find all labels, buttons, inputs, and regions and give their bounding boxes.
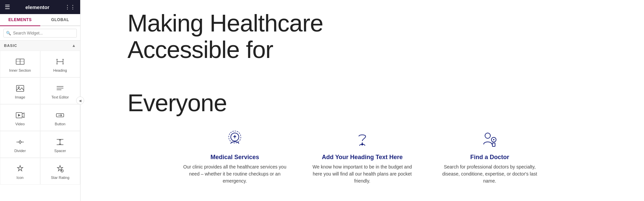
widget-button[interactable]: Button <box>40 104 80 131</box>
feature-medical-services-desc: Our clinic provides all the healthcare s… <box>181 163 288 185</box>
video-icon <box>15 111 25 120</box>
sidebar-search-area: 🔍 <box>0 26 80 41</box>
features-row: Medical Services Our clinic provides all… <box>127 130 597 185</box>
sidebar: ☰ elementor ⋮⋮ ELEMENTS GLOBAL 🔍 BASIC ▲… <box>0 0 80 201</box>
button-icon <box>55 111 65 120</box>
section-label-basic: BASIC ▲ <box>0 41 80 51</box>
hero-title: Making HealthcareAccessible forEveryone <box>127 10 429 116</box>
hero-section: Making HealthcareAccessible forEveryone <box>127 7 429 123</box>
section-label-text: BASIC <box>4 44 17 48</box>
image-icon <box>15 84 25 93</box>
medical-services-icon <box>225 130 245 150</box>
widget-spacer-label: Spacer <box>54 149 66 153</box>
heading-icon <box>55 57 65 66</box>
widget-heading[interactable]: Heading <box>40 51 80 77</box>
widget-button-label: Button <box>55 122 65 126</box>
widgets-grid: Inner Section Heading Image <box>0 51 80 185</box>
svg-point-11 <box>18 87 19 88</box>
grid-icon[interactable]: ⋮⋮ <box>65 4 75 10</box>
widget-image-label: Image <box>15 95 25 99</box>
feature-medical-services: Medical Services Our clinic provides all… <box>181 130 288 185</box>
main-canvas: Making HealthcareAccessible forEveryone … <box>80 0 644 201</box>
svg-point-20 <box>19 141 21 143</box>
widget-video[interactable]: Video <box>0 104 40 131</box>
spacer-icon <box>55 137 65 147</box>
feature-find-doctor-title: Find a Doctor <box>470 154 509 161</box>
tab-elements[interactable]: ELEMENTS <box>0 14 40 26</box>
widget-text-editor[interactable]: Text Editor <box>40 77 80 104</box>
widget-divider-label: Divider <box>14 149 26 153</box>
widget-star-rating[interactable]: Star Rating <box>40 158 80 185</box>
find-doctor-icon <box>480 130 500 150</box>
divider-icon <box>15 137 25 147</box>
widget-inner-section[interactable]: Inner Section <box>0 51 40 77</box>
svg-rect-10 <box>16 85 24 91</box>
widget-icon-label: Icon <box>16 176 23 180</box>
feature-add-heading: Add Your Heading Text Here We know how i… <box>309 130 416 185</box>
search-input[interactable] <box>3 29 77 38</box>
star-rating-icon <box>55 164 65 174</box>
widget-divider[interactable]: Divider <box>0 131 40 158</box>
widget-heading-label: Heading <box>53 68 67 72</box>
inner-section-icon <box>15 57 25 66</box>
elementor-logo: elementor <box>25 4 50 10</box>
svg-point-35 <box>485 133 490 138</box>
widget-star-rating-label: Star Rating <box>51 176 69 180</box>
widget-spacer[interactable]: Spacer <box>40 131 80 158</box>
icon-widget-icon <box>15 164 25 174</box>
widget-image[interactable]: Image <box>0 77 40 104</box>
feature-find-doctor: Find a Doctor Search for professional do… <box>436 130 543 185</box>
tab-global[interactable]: GLOBAL <box>40 14 80 25</box>
search-icon: 🔍 <box>6 31 11 36</box>
svg-rect-39 <box>492 143 495 146</box>
widget-video-label: Video <box>15 122 25 126</box>
page-canvas: Making HealthcareAccessible forEveryone … <box>80 0 644 201</box>
hamburger-icon[interactable]: ☰ <box>5 3 10 11</box>
widget-inner-section-label: Inner Section <box>9 68 31 72</box>
widget-icon[interactable]: Icon <box>0 158 40 185</box>
sidebar-tabs: ELEMENTS GLOBAL <box>0 14 80 26</box>
text-editor-icon <box>55 84 65 93</box>
collapse-sidebar-button[interactable]: ◀ <box>76 96 84 105</box>
add-heading-icon <box>352 130 372 150</box>
widget-text-editor-label: Text Editor <box>51 95 69 99</box>
feature-find-doctor-desc: Search for professional doctors by speci… <box>436 163 543 185</box>
feature-add-heading-desc: We know how important to be in the budge… <box>309 163 416 185</box>
svg-marker-16 <box>18 114 20 117</box>
sidebar-header: ☰ elementor ⋮⋮ <box>0 0 80 14</box>
chevron-down-icon[interactable]: ▲ <box>72 43 76 48</box>
feature-medical-services-title: Medical Services <box>210 154 259 161</box>
feature-add-heading-title: Add Your Heading Text Here <box>322 154 402 161</box>
